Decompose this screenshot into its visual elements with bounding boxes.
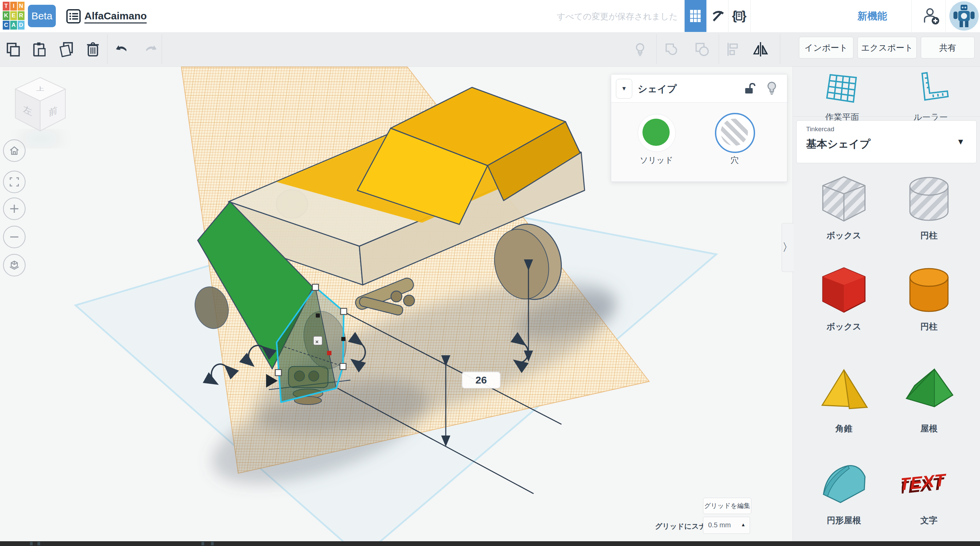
logo-tile: R <box>18 11 24 20</box>
unlock-icon[interactable] <box>743 82 757 95</box>
list-icon[interactable] <box>66 8 81 24</box>
blocks-grid-icon <box>689 8 702 24</box>
divider <box>911 0 912 32</box>
zoom-out-button[interactable] <box>3 226 25 248</box>
codeblocks-button[interactable]: { } <box>728 0 750 32</box>
duplicate-icon[interactable] <box>58 41 73 57</box>
solid-color-circle <box>643 119 670 146</box>
view-cube[interactable]: 上 左 前 <box>15 78 65 143</box>
viewcube-top-label[interactable]: 上 <box>36 86 44 92</box>
bulb-icon[interactable] <box>765 81 778 95</box>
hole-label: 穴 <box>716 155 753 165</box>
logo-tile: D <box>18 21 24 30</box>
divider <box>750 0 751 32</box>
shape-library-select[interactable]: Tinkercad 基本シェイプ ▼ <box>796 121 977 163</box>
ruler-icon <box>912 71 950 108</box>
zoom-in-icon <box>9 204 19 214</box>
library-name: 基本シェイプ <box>806 137 870 151</box>
panel-title: シェイプ <box>638 83 677 95</box>
dock-strip <box>0 541 980 546</box>
minecraft-button[interactable] <box>707 0 729 32</box>
shape-tile-box-hole[interactable]: ボックス <box>801 172 886 241</box>
paste-icon[interactable] <box>31 41 47 57</box>
home-view-button[interactable] <box>3 140 25 162</box>
light-icon[interactable] <box>632 41 648 57</box>
shape-inspector-header: ▼ シェイプ <box>611 75 787 103</box>
logo-tile: K <box>3 11 10 20</box>
pyramid-icon <box>817 365 871 419</box>
logo-tile: A <box>10 21 17 30</box>
copy-icon[interactable] <box>5 41 21 57</box>
shape-tile-cylinder-hole[interactable]: 円柱 <box>886 172 972 241</box>
codeblocks-icon: { } <box>731 8 747 24</box>
robot-avatar-icon <box>950 2 978 30</box>
group-icon[interactable] <box>663 41 679 57</box>
ruler-tool[interactable]: ルーラー <box>897 71 965 122</box>
caret-down-icon[interactable]: ▼ <box>616 79 632 98</box>
avatar[interactable] <box>950 2 978 30</box>
shape-tile-box[interactable]: ボックス <box>801 263 886 332</box>
snap-grid-select[interactable]: 0.5 mm ▲ <box>703 517 750 534</box>
blocks-view-button[interactable] <box>685 0 706 32</box>
svg-text:26: 26 <box>476 374 487 386</box>
divider <box>656 34 657 64</box>
edit-grid-button[interactable]: グリッドを編集 <box>703 498 751 514</box>
caret-down-icon: ▼ <box>956 137 965 146</box>
round-roof-icon <box>817 457 871 511</box>
solid-swatch[interactable] <box>638 114 676 152</box>
logo-tile: C <box>3 21 10 30</box>
workplane-tool[interactable]: 作業平面 <box>808 71 876 122</box>
orange-cylinder-icon <box>902 263 956 317</box>
shape-tile-text[interactable]: TEXT TEXT 文字 <box>886 457 972 526</box>
shape-tile-cylinder[interactable]: 円柱 <box>886 263 972 332</box>
divider <box>719 34 719 64</box>
ungroup-icon[interactable] <box>694 41 710 57</box>
divider <box>793 116 980 117</box>
add-person-button[interactable] <box>916 0 945 32</box>
logo-tile: I <box>10 2 17 11</box>
shape-tile-pyramid[interactable]: 角錐 <box>801 365 886 434</box>
height-handle[interactable] <box>327 351 331 355</box>
library-brand: Tinkercad <box>806 125 834 133</box>
import-button[interactable]: インポート <box>799 37 853 59</box>
align-icon[interactable] <box>725 41 741 57</box>
sidebar-collapse-tab[interactable]: 〉 <box>782 223 794 272</box>
solid-label: ソリッド <box>638 155 675 165</box>
tinkercad-logo[interactable]: T I N K E R C A D <box>3 2 25 30</box>
shape-inspector-panel: ▼ シェイプ ソリッド 穴 <box>611 74 788 182</box>
undo-icon[interactable] <box>113 41 129 57</box>
logo-tile: T <box>3 2 10 11</box>
hole-swatch[interactable] <box>715 113 755 153</box>
perspective-button[interactable] <box>3 254 25 276</box>
design-title[interactable]: AlfaCaimano <box>84 10 147 24</box>
shape-tile-roof[interactable]: 屋根 <box>886 365 972 434</box>
redo-icon[interactable] <box>143 41 159 57</box>
caret-up-icon: ▲ <box>741 522 746 527</box>
top-bar: T I N K E R C A D Beta AlfaCaimano すべての変… <box>0 0 980 33</box>
logo-tile: N <box>18 2 24 11</box>
workplane-icon <box>824 71 861 108</box>
export-button[interactable]: エクスポート <box>858 37 917 59</box>
perspective-icon <box>8 259 20 271</box>
shape-tile-round-roof[interactable]: 円形屋根 <box>801 457 886 526</box>
new-features-link[interactable]: 新機能 <box>858 10 887 23</box>
fit-view-button[interactable] <box>3 171 25 193</box>
beta-badge[interactable]: Beta <box>28 5 56 27</box>
dimension-label[interactable]: 26 <box>462 372 500 388</box>
logo-tile: E <box>10 11 17 20</box>
divider <box>162 34 162 64</box>
mirror-icon[interactable] <box>753 41 768 57</box>
shapes-sidebar: 作業平面 ルーラー Tinkercad 基本シェイプ ▼ ボックス <box>792 67 980 546</box>
add-person-icon <box>921 6 940 25</box>
pickaxe-icon <box>710 8 726 24</box>
hole-striped-circle <box>721 119 748 146</box>
striped-cylinder-icon <box>902 172 956 227</box>
save-status: すべての変更が保存されました <box>557 11 678 22</box>
divider <box>945 0 946 32</box>
delete-icon[interactable] <box>85 41 101 57</box>
share-button[interactable]: 共有 <box>921 37 975 59</box>
home-icon <box>10 147 18 154</box>
zoom-in-button[interactable] <box>3 197 25 220</box>
divider <box>107 34 108 64</box>
striped-box-icon <box>817 172 871 227</box>
